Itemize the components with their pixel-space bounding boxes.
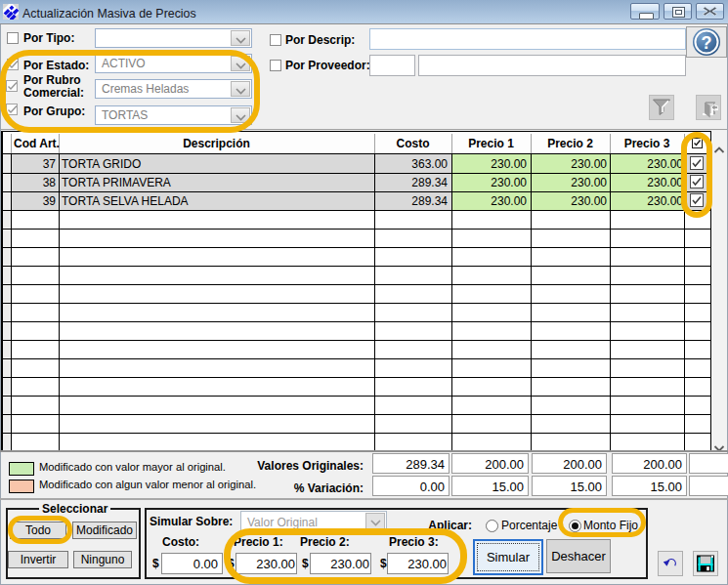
svg-text:?: ? [702,33,712,53]
